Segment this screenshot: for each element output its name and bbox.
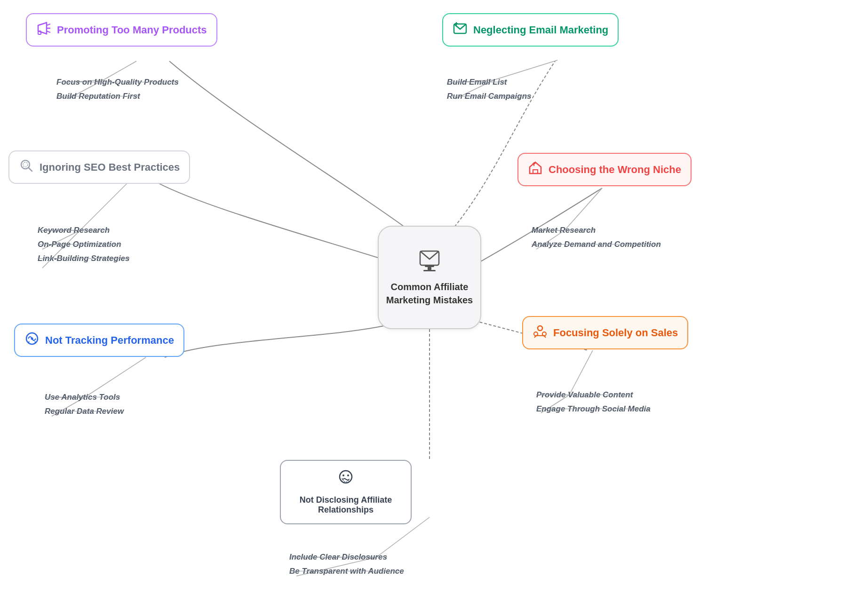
subs-tracking: Use Analytics Tools Regular Data Review xyxy=(45,393,124,416)
svg-rect-23 xyxy=(425,265,434,267)
sales-sub-2: Engage Through Social Media xyxy=(536,404,651,414)
tracking-sub-2: Regular Data Review xyxy=(45,407,124,416)
node-seo: Ignoring SEO Best Practices xyxy=(8,150,190,184)
svg-line-13 xyxy=(85,357,146,397)
promoting-sub-1: Focus on High-Quality Products xyxy=(56,78,179,87)
email-sub-1: Build Email List xyxy=(447,78,531,87)
seo-sub-2: On-Page Optimization xyxy=(38,240,130,249)
node-tracking: Not Tracking Performance xyxy=(14,324,184,357)
tracking-sub-1: Use Analytics Tools xyxy=(45,393,124,402)
niche-label: Choosing the Wrong Niche xyxy=(549,164,681,176)
subs-sales: Provide Valuable Content Engage Through … xyxy=(536,390,651,414)
seo-sub-1: Keyword Research xyxy=(38,226,130,235)
sales-icon xyxy=(533,324,548,342)
disclosing-sub-1: Include Clear Disclosures xyxy=(289,553,404,562)
node-sales: Focusing Solely on Sales xyxy=(522,316,688,349)
svg-point-40 xyxy=(31,338,33,340)
node-promoting: Promoting Too Many Products xyxy=(26,13,217,47)
subs-disclosing: Include Clear Disclosures Be Transparent… xyxy=(289,553,404,576)
svg-rect-25 xyxy=(423,270,436,271)
tracking-label: Not Tracking Performance xyxy=(45,334,174,347)
svg-line-16 xyxy=(569,350,593,395)
subs-email: Build Email List Run Email Campaigns xyxy=(447,78,531,101)
email-sub-2: Run Email Campaigns xyxy=(447,92,531,101)
disclosing-icon xyxy=(338,469,353,488)
subs-niche: Market Research Analyze Demand and Compe… xyxy=(532,226,661,249)
subs-seo: Keyword Research On-Page Optimization Li… xyxy=(38,226,130,263)
center-node: Common Affiliate Marketing Mistakes xyxy=(378,226,481,329)
svg-point-41 xyxy=(538,326,542,331)
niche-icon xyxy=(528,160,543,179)
center-label: Common Affiliate Marketing Mistakes xyxy=(379,280,480,307)
svg-point-46 xyxy=(347,474,349,476)
node-email: Neglecting Email Marketing xyxy=(442,13,619,47)
promoting-sub-2: Build Reputation First xyxy=(56,92,179,101)
node-niche: Choosing the Wrong Niche xyxy=(517,153,692,186)
promoting-icon xyxy=(36,21,51,39)
disclosing-sub-2: Be Transparent with Audience xyxy=(289,567,404,576)
svg-point-45 xyxy=(342,474,344,476)
sales-sub-1: Provide Valuable Content xyxy=(536,390,651,400)
mind-map-canvas: Common Affiliate Marketing Mistakes Prom… xyxy=(0,0,859,616)
seo-icon xyxy=(19,158,34,176)
svg-line-35 xyxy=(28,167,32,171)
center-icon xyxy=(418,249,441,276)
seo-label: Ignoring SEO Best Practices xyxy=(40,161,180,174)
seo-sub-3: Link-Building Strategies xyxy=(38,254,130,263)
svg-line-6 xyxy=(80,179,132,230)
email-icon xyxy=(453,21,468,39)
email-label: Neglecting Email Marketing xyxy=(473,24,608,36)
svg-point-36 xyxy=(23,162,28,167)
disclosing-label: Not Disclosing Affiliate Relationships xyxy=(300,495,392,515)
svg-line-3 xyxy=(494,60,557,80)
svg-line-10 xyxy=(565,188,602,230)
promoting-label: Promoting Too Many Products xyxy=(57,24,207,36)
niche-sub-2: Analyze Demand and Competition xyxy=(532,240,661,249)
tracking-icon xyxy=(24,331,40,349)
svg-rect-24 xyxy=(428,267,431,270)
subs-promoting: Focus on High-Quality Products Build Rep… xyxy=(56,78,179,101)
sales-label: Focusing Solely on Sales xyxy=(553,327,678,339)
svg-point-44 xyxy=(340,471,352,483)
svg-line-0 xyxy=(103,61,136,80)
svg-marker-26 xyxy=(38,23,47,34)
node-disclosing: Not Disclosing Affiliate Relationships xyxy=(280,460,412,524)
niche-sub-1: Market Research xyxy=(532,226,661,235)
